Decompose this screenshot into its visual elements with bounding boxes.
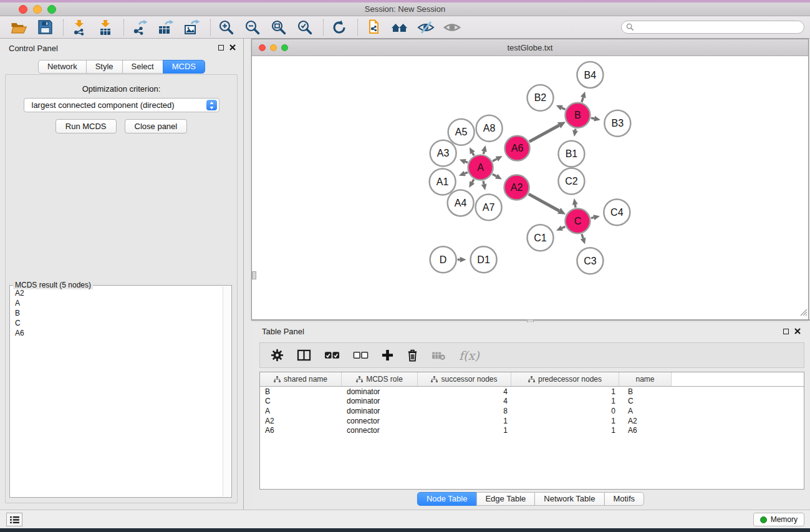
graph-edge-A-A5[interactable] <box>473 153 474 155</box>
table-cell[interactable]: 1 <box>511 387 619 397</box>
graph-edge-A2-C[interactable] <box>529 194 559 211</box>
table-settings-icon[interactable] <box>271 349 284 362</box>
search-input[interactable] <box>637 22 804 32</box>
table-cell[interactable]: connector <box>342 425 418 435</box>
table-cell[interactable]: 4 <box>418 387 511 397</box>
graph-edge-B-B4[interactable] <box>582 97 583 102</box>
graph-node-B4[interactable] <box>577 62 603 88</box>
graph-node-C4[interactable] <box>604 199 630 225</box>
mcds-result-item[interactable]: A <box>11 298 222 308</box>
graph-edge-B-B3[interactable] <box>591 118 594 118</box>
graph-edge-B-B2[interactable] <box>562 108 566 110</box>
task-history-button[interactable] <box>6 513 22 526</box>
table-cell[interactable]: 1 <box>418 425 511 435</box>
column-header-name[interactable]: name <box>619 372 672 386</box>
table-cell[interactable]: 1 <box>418 416 511 426</box>
table-cell[interactable]: 1 <box>511 416 619 426</box>
function-builder-icon[interactable]: f(x) <box>459 349 480 362</box>
import-network-icon[interactable] <box>69 18 89 37</box>
mcds-result-scrollbar[interactable] <box>223 286 231 496</box>
table-cell[interactable]: B <box>619 387 672 397</box>
tab-style[interactable]: Style <box>86 60 123 74</box>
resize-grip-icon[interactable] <box>799 307 808 319</box>
table-cell[interactable]: A2 <box>260 416 342 426</box>
close-panel-icon[interactable] <box>794 328 801 334</box>
graph-edge-A-A6[interactable] <box>493 159 497 162</box>
table-cell[interactable]: B <box>260 387 342 397</box>
graph-node-C1[interactable] <box>528 225 554 251</box>
zoom-selected-icon[interactable] <box>295 18 315 37</box>
mcds-result-item[interactable]: B <box>11 308 222 318</box>
export-table-icon[interactable] <box>156 18 176 37</box>
graph-node-A[interactable] <box>468 155 493 180</box>
graph-node-B3[interactable] <box>604 110 630 137</box>
graph-node-B1[interactable] <box>558 141 584 167</box>
import-table-icon[interactable] <box>95 18 115 37</box>
memory-button[interactable]: Memory <box>753 513 804 526</box>
tab-motifs[interactable]: Motifs <box>604 492 644 506</box>
table-cell[interactable]: C <box>619 397 672 407</box>
table-cell[interactable]: 1 <box>511 397 619 407</box>
close-panel-button[interactable]: Close panel <box>125 119 188 133</box>
graph-node-A7[interactable] <box>476 194 502 220</box>
open-file-icon[interactable] <box>9 18 29 37</box>
zoom-out-icon[interactable] <box>243 18 263 37</box>
float-panel-icon[interactable] <box>218 45 224 51</box>
tab-node-table[interactable]: Node Table <box>417 492 477 506</box>
graph-edge-A-A1[interactable] <box>465 172 468 173</box>
table-row[interactable]: Adominator80A <box>260 406 804 416</box>
column-header-successor-nodes[interactable]: successor nodes <box>418 372 511 386</box>
delete-table-icon[interactable] <box>432 350 446 360</box>
eye-disabled-icon[interactable] <box>442 18 462 37</box>
table-cell[interactable]: A6 <box>619 425 672 435</box>
tab-network-table[interactable]: Network Table <box>534 492 604 506</box>
clone-network-icon[interactable] <box>364 18 383 37</box>
graph-node-A6[interactable] <box>505 136 530 161</box>
graph-node-A3[interactable] <box>430 140 456 167</box>
column-header-MCDS-role[interactable]: MCDS role <box>342 372 418 386</box>
graph-edge-C-C1[interactable] <box>562 226 565 228</box>
table-cell[interactable]: dominator <box>342 406 418 416</box>
splitter-gripper[interactable] <box>252 271 256 279</box>
graph-node-A5[interactable] <box>448 119 475 145</box>
zoom-fit-icon[interactable] <box>269 18 289 37</box>
graph-node-A2[interactable] <box>504 175 529 200</box>
graph-edge-C-C3[interactable] <box>582 234 583 238</box>
tab-mcds[interactable]: MCDS <box>163 60 205 74</box>
table-row[interactable]: Cdominator41C <box>260 397 804 407</box>
table-row[interactable]: A2connector11A2 <box>260 416 804 426</box>
graph-edge-A-A8[interactable] <box>483 152 484 154</box>
optimization-criterion-select[interactable]: largest connected component (directed) <box>24 98 219 112</box>
table-cell[interactable]: connector <box>342 416 418 426</box>
mcds-result-item[interactable]: A2 <box>11 288 222 298</box>
column-header-predecessor-nodes[interactable]: predecessor nodes <box>511 372 619 386</box>
graph-edge-A-A2[interactable] <box>493 174 496 176</box>
graph-node-D1[interactable] <box>471 246 497 273</box>
zoom-in-icon[interactable] <box>216 18 236 37</box>
refresh-layout-icon[interactable] <box>329 18 349 37</box>
tab-select[interactable]: Select <box>122 60 163 74</box>
export-network-icon[interactable] <box>130 18 150 37</box>
graph-node-A4[interactable] <box>448 190 474 216</box>
select-all-columns-icon[interactable] <box>324 351 340 360</box>
graph-node-C2[interactable] <box>558 168 584 195</box>
table-cell[interactable]: 0 <box>511 406 619 416</box>
table-cell[interactable]: 4 <box>418 397 511 407</box>
table-row[interactable]: A6connector11A6 <box>260 425 804 435</box>
table-row[interactable]: Bdominator41B <box>260 387 804 397</box>
run-mcds-button[interactable]: Run MCDS <box>55 119 117 133</box>
mcds-result-item[interactable]: A6 <box>11 328 222 338</box>
graph-edge-A-A3[interactable] <box>465 162 468 163</box>
tab-network[interactable]: Network <box>38 60 87 74</box>
table-cell[interactable]: dominator <box>342 397 418 407</box>
close-panel-icon[interactable] <box>229 44 236 51</box>
graph-node-B[interactable] <box>565 103 590 128</box>
table-cell[interactable]: A6 <box>260 425 342 435</box>
graph-edge-A6-B[interactable] <box>529 125 559 142</box>
create-column-icon[interactable] <box>382 349 393 361</box>
float-panel-icon[interactable] <box>783 329 789 334</box>
table-cell[interactable]: A2 <box>619 416 672 426</box>
graphics-details-icon[interactable] <box>416 18 436 37</box>
graph-node-A1[interactable] <box>430 169 456 195</box>
graph-edge-A-A7[interactable] <box>483 181 484 184</box>
